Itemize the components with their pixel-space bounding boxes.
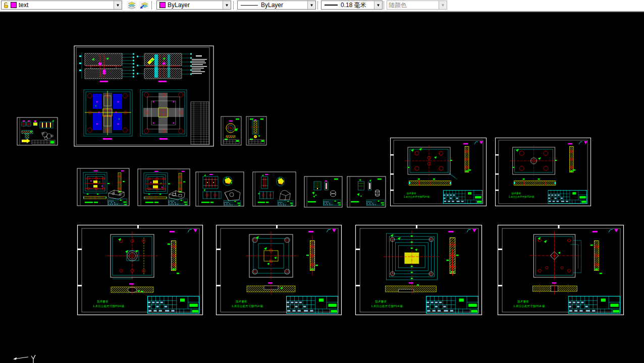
object-properties-toolbar: text ▼ ByLayer ▼ ByLayer ▼ 0.18 毫米 ▼	[0, 0, 644, 12]
isometric-view[interactable]	[331, 191, 336, 197]
section-strip[interactable]	[226, 136, 235, 138]
sheet-top-plate-1[interactable]: 技术要求 1.未注公差尺寸按IT14 级	[390, 137, 487, 207]
sheet-pin-part[interactable]	[246, 116, 267, 146]
title-block[interactable]	[278, 200, 293, 206]
title-strip[interactable]	[32, 140, 55, 144]
bottom-section-strip[interactable]	[385, 282, 436, 295]
technical-notes: 技术要求 1.未注公差尺寸按IT14 级	[232, 300, 263, 308]
sheet-large-plate-4[interactable]: 技术要求 1.未注公差尺寸按IT14 级	[497, 224, 624, 316]
rings-view[interactable]	[42, 132, 53, 140]
round-view[interactable]	[225, 123, 238, 134]
detail-blob[interactable]	[223, 176, 232, 186]
isometric-view[interactable]	[169, 191, 185, 200]
side-section-bar[interactable]	[178, 173, 182, 193]
sheet-large-plate-1[interactable]: 技术要求 1.未注公差尺寸按IT14 级	[77, 224, 203, 316]
detail-blob[interactable]	[277, 177, 285, 186]
title-block[interactable]	[224, 200, 241, 206]
bottom-view[interactable]	[258, 192, 273, 199]
title-block[interactable]	[443, 190, 482, 204]
sheet-large-plate-2[interactable]: 技术要求 1.未注公差尺寸按IT14 级	[216, 224, 342, 316]
front-view[interactable]	[314, 180, 321, 191]
sheet-plate-detail-2[interactable]	[137, 168, 190, 206]
sheet-plate-detail-1[interactable]	[77, 168, 130, 206]
plan-view[interactable]	[107, 231, 157, 280]
title-block[interactable]	[323, 200, 341, 206]
arrow-part[interactable]	[22, 139, 30, 143]
bottom-section-strip[interactable]	[83, 196, 106, 199]
sheet-top-plate-2[interactable]: 技术要求 1.未注公差尺寸按IT14 级	[495, 137, 592, 207]
plan-view[interactable]	[510, 145, 558, 176]
bottom-section-strip[interactable]	[144, 196, 167, 200]
side-section-bar[interactable]	[568, 146, 574, 172]
lineweight-sample	[325, 5, 338, 6]
bottom-view[interactable]	[203, 189, 221, 199]
bottom-section-strip[interactable]	[111, 283, 153, 295]
front-view[interactable]	[261, 174, 268, 189]
green-detail[interactable]	[312, 192, 316, 198]
pin-view[interactable]	[251, 119, 260, 134]
front-view[interactable]	[358, 179, 364, 191]
title-block[interactable]	[568, 296, 620, 314]
technical-notes: 技术要求 1.未注公差尺寸按IT14 级	[509, 192, 534, 198]
sheet-large-plate-3[interactable]: 技术要求 1.未注公差尺寸按IT14 级	[355, 224, 482, 316]
side-section-bar[interactable]	[170, 241, 177, 271]
green-detail[interactable]	[357, 193, 361, 197]
plan-view-right[interactable]	[140, 90, 187, 140]
plan-view[interactable]	[246, 231, 296, 280]
side-view[interactable]	[368, 179, 371, 190]
side-section-bar[interactable]	[593, 241, 600, 271]
bottom-section-strip[interactable]	[409, 179, 451, 186]
t-shaped-part[interactable]	[21, 130, 34, 139]
section-view-right[interactable]	[137, 53, 192, 83]
note-text-bar	[308, 201, 316, 203]
chevron-down-icon[interactable]: ▼	[307, 1, 315, 9]
plan-view[interactable]	[83, 172, 107, 193]
bottom-section-strip[interactable]	[247, 282, 295, 295]
title-strip[interactable]	[224, 140, 239, 144]
pin-end-view[interactable]	[254, 135, 260, 138]
chevron-down-icon[interactable]: ▼	[223, 1, 231, 9]
part-views[interactable]	[21, 120, 54, 128]
front-view[interactable]	[203, 174, 218, 189]
svg-text:1.未注公差尺寸按IT14 级: 1.未注公差尺寸按IT14 级	[93, 305, 125, 308]
plan-view-left[interactable]	[84, 90, 132, 140]
layer-properties-button[interactable]	[126, 1, 137, 10]
title-strip[interactable]	[249, 140, 264, 144]
title-block[interactable]	[426, 296, 478, 314]
sheet-small-detail-1[interactable]	[304, 176, 343, 208]
plan-view[interactable]	[529, 231, 581, 280]
title-block[interactable]	[548, 190, 587, 204]
title-block[interactable]	[286, 296, 338, 314]
sheet-small-parts[interactable]	[17, 117, 58, 146]
layer-previous-button[interactable]	[138, 1, 149, 10]
side-section-bar[interactable]	[117, 172, 122, 192]
isometric-view[interactable]	[109, 190, 124, 199]
sheet-assembly[interactable]	[74, 45, 214, 147]
isometric-view[interactable]	[280, 191, 291, 201]
title-block[interactable]	[147, 296, 199, 314]
bottom-section-strip[interactable]	[532, 282, 577, 295]
layer-combo[interactable]: text ▼	[1, 1, 122, 10]
sheet-small-detail-2[interactable]	[347, 176, 386, 208]
sheet-block-detail-2[interactable]	[252, 171, 296, 207]
side-section-bar[interactable]	[464, 146, 470, 172]
lineweight-combo[interactable]: 0.18 毫米 ▼	[321, 1, 383, 10]
section-view-left[interactable]	[79, 52, 134, 82]
technical-notes-block[interactable]	[192, 55, 207, 74]
sheet-round-part[interactable]	[221, 116, 242, 146]
parts-list-table[interactable]	[191, 102, 209, 144]
chevron-down-icon[interactable]: ▼	[114, 1, 122, 9]
side-view[interactable]	[325, 180, 328, 191]
plan-view[interactable]	[144, 173, 168, 193]
sheet-block-detail-1[interactable]	[195, 171, 244, 207]
plan-view[interactable]	[405, 145, 457, 179]
color-combo[interactable]: ByLayer ▼	[156, 1, 231, 10]
linetype-combo[interactable]: ByLayer ▼	[237, 1, 316, 10]
title-block[interactable]	[108, 199, 127, 205]
bottom-section-strip[interactable]	[514, 179, 556, 186]
isometric-view[interactable]	[225, 190, 240, 201]
title-block[interactable]	[366, 200, 385, 206]
chevron-down-icon[interactable]: ▼	[374, 1, 382, 9]
isometric-view[interactable]	[375, 190, 380, 197]
plan-view[interactable]	[383, 230, 440, 283]
